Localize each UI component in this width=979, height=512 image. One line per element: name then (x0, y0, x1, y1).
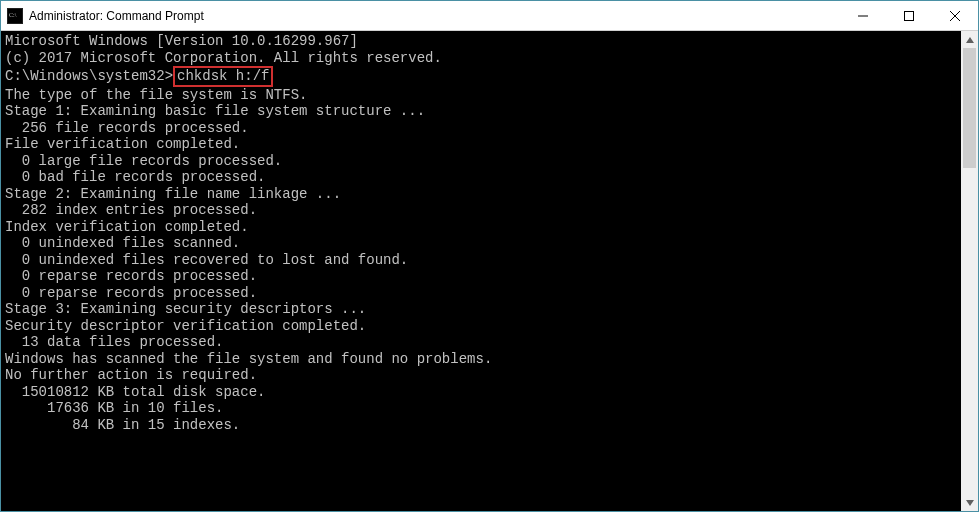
content-area: Microsoft Windows [Version 10.0.16299.96… (1, 31, 978, 511)
output-line: 0 reparse records processed. (5, 268, 957, 285)
output-line: 256 file records processed. (5, 120, 957, 137)
vertical-scrollbar[interactable] (961, 31, 978, 511)
maximize-button[interactable] (886, 1, 932, 30)
output-line: Stage 1: Examining basic file system str… (5, 103, 957, 120)
svg-line-5 (950, 11, 960, 21)
copyright-line: (c) 2017 Microsoft Corporation. All righ… (5, 50, 957, 67)
output-line: 282 index entries processed. (5, 202, 957, 219)
output-line: No further action is required. (5, 367, 957, 384)
output-line: File verification completed. (5, 136, 957, 153)
output-line: 0 reparse records processed. (5, 285, 957, 302)
version-line: Microsoft Windows [Version 10.0.16299.96… (5, 33, 957, 50)
svg-rect-4 (905, 11, 914, 20)
output-line: 13 data files processed. (5, 334, 957, 351)
scroll-track[interactable] (961, 48, 978, 494)
titlebar[interactable]: C:\ Administrator: Command Prompt (1, 1, 978, 31)
output-line: 15010812 KB total disk space. (5, 384, 957, 401)
prompt-line: C:\Windows\system32>chkdsk h:/f (5, 66, 957, 87)
output-line: 0 bad file records processed. (5, 169, 957, 186)
scroll-thumb[interactable] (963, 48, 976, 168)
scroll-up-button[interactable] (961, 31, 978, 48)
output-line: Stage 3: Examining security descriptors … (5, 301, 957, 318)
output-line: Security descriptor verification complet… (5, 318, 957, 335)
output-line: 84 KB in 15 indexes. (5, 417, 957, 434)
prompt-path: C:\Windows\system32> (5, 68, 173, 84)
output-line: Index verification completed. (5, 219, 957, 236)
output-line: 0 unindexed files recovered to lost and … (5, 252, 957, 269)
command-highlight: chkdsk h:/f (173, 66, 273, 87)
svg-text:C:\: C:\ (9, 12, 17, 18)
window-controls (840, 1, 978, 30)
minimize-button[interactable] (840, 1, 886, 30)
window-title: Administrator: Command Prompt (29, 9, 840, 23)
svg-marker-7 (966, 37, 974, 43)
output-line: The type of the file system is NTFS. (5, 87, 957, 104)
scroll-down-button[interactable] (961, 494, 978, 511)
output-line: 0 unindexed files scanned. (5, 235, 957, 252)
output-line: 0 large file records processed. (5, 153, 957, 170)
cmd-app-icon: C:\ (7, 8, 23, 24)
output-line: Windows has scanned the file system and … (5, 351, 957, 368)
output-line: Stage 2: Examining file name linkage ... (5, 186, 957, 203)
svg-line-6 (950, 11, 960, 21)
output-line: 17636 KB in 10 files. (5, 400, 957, 417)
svg-marker-8 (966, 500, 974, 506)
terminal-output[interactable]: Microsoft Windows [Version 10.0.16299.96… (1, 31, 961, 511)
close-button[interactable] (932, 1, 978, 30)
command-prompt-window: C:\ Administrator: Command Prompt Micros… (0, 0, 979, 512)
